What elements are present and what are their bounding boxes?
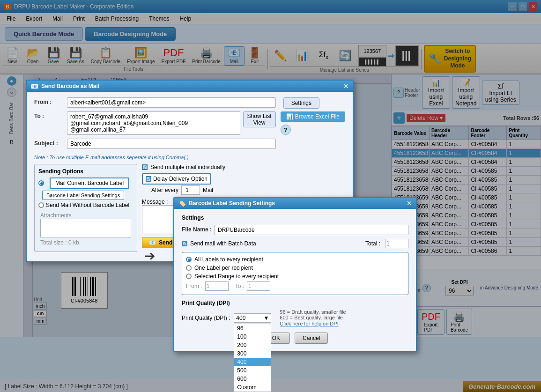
- range-inputs-row: From : To :: [186, 281, 404, 291]
- arrow-indicator: ➔: [144, 248, 155, 264]
- range-to-label: To :: [235, 283, 244, 289]
- pq-dropdown-arrow: ▼: [263, 315, 269, 321]
- settings-dialog-close-button[interactable]: ✕: [407, 200, 412, 207]
- range-from-input[interactable]: [205, 281, 229, 291]
- mail-unit-label: Mail: [203, 187, 213, 193]
- all-labels-row: All Labels to every recipient: [186, 256, 404, 263]
- pq-option-600[interactable]: 600: [234, 375, 271, 383]
- sending-options: Sending Options Mail Current Barcode Lab…: [34, 164, 137, 252]
- one-label-label: One Label per recipient: [194, 265, 253, 271]
- batch-options: All Labels to every recipient One Label …: [182, 252, 408, 295]
- pq-info-area: 96 = Draft quality, smaller file 600 = B…: [280, 309, 346, 327]
- print-quality-section: Print Quality (DPI) Print Quality (DPI) …: [182, 300, 408, 327]
- help-button[interactable]: ?: [281, 125, 291, 135]
- all-labels-label: All Labels to every recipient: [194, 256, 263, 263]
- settings-dialog-title: Barcode Label Sending Settings: [189, 200, 275, 207]
- send-multiple-row: Send multiple mail individually: [142, 164, 345, 170]
- from-label: From :: [34, 97, 67, 105]
- pq-option-96[interactable]: 96: [234, 324, 271, 333]
- mail-dialog-close-button[interactable]: ✕: [343, 82, 349, 90]
- one-label-row: One Label per recipient: [186, 265, 404, 271]
- range-to-input[interactable]: [247, 281, 270, 291]
- pq-info-600: 600 = Best quality, large file: [280, 315, 346, 320]
- cancel-button[interactable]: Cancel: [295, 333, 328, 344]
- after-every-row: After every Mail: [151, 185, 345, 195]
- pq-help-link[interactable]: Click here for help on DPI: [280, 321, 338, 326]
- note-text: Note : To use multiple E-mail addresses …: [34, 155, 345, 160]
- settings-section-label: Settings: [182, 214, 408, 221]
- selected-range-row: Selected Range to every recipient: [186, 273, 404, 280]
- filename-input[interactable]: [215, 225, 408, 235]
- send-multiple-checkbox[interactable]: [142, 164, 148, 170]
- mail-dialog-icon: 📧: [30, 82, 38, 90]
- attachments-section: Attachments Total size : 0 kb.: [38, 210, 133, 248]
- browse-excel-button[interactable]: 📊 Browse Excel File: [281, 111, 345, 122]
- barcode-label-settings-button[interactable]: Barcode Label Sending Settings: [42, 191, 124, 200]
- radio-no-label-indicator: [38, 202, 44, 208]
- one-label-radio[interactable]: [186, 265, 192, 271]
- batch-checkbox-row: Send mail with Batch Data Total :: [182, 239, 408, 248]
- settings-dialog-body: Settings File Name : Send mail with Batc…: [174, 209, 416, 351]
- pq-option-300[interactable]: 300: [234, 349, 271, 358]
- after-every-label: After every: [151, 187, 178, 193]
- pq-option-500[interactable]: 500: [234, 366, 271, 375]
- subject-label: Subject :: [34, 139, 67, 147]
- batch-checkbox-label: Send mail with Batch Data: [190, 240, 256, 247]
- radio-no-label-text: Send Mail Without Barcode Label: [46, 202, 129, 208]
- send-mail-icon: 📧: [149, 239, 156, 246]
- to-input[interactable]: robert_67@gmail.com,alisha09 @gmail.com,…: [67, 111, 240, 135]
- pq-row-label: Print Quality (DPI) :: [182, 315, 230, 321]
- mail-form-area: From : To : robert_67@gmail.com,alisha09…: [34, 97, 345, 153]
- settings-button[interactable]: Settings: [283, 97, 319, 109]
- pq-section-label: Print Quality (DPI): [182, 300, 408, 306]
- total-size-text: Total size : 0 kb.: [40, 239, 131, 246]
- barcode-label-settings-wrap: Barcode Label Sending Settings: [42, 191, 133, 200]
- pq-option-100[interactable]: 100: [234, 333, 271, 341]
- settings-dialog-actions: OK Cancel: [182, 329, 408, 346]
- subject-row: Subject :: [34, 139, 276, 149]
- batch-checkbox[interactable]: [182, 241, 187, 246]
- all-labels-radio[interactable]: [186, 257, 192, 262]
- pq-select-display[interactable]: 400 ▼: [234, 313, 271, 323]
- selected-range-label: Selected Range to every recipient: [194, 273, 279, 280]
- to-label: To :: [34, 111, 67, 119]
- radio-mail-current: Mail Current Barcode Label: [38, 178, 133, 189]
- selected-range-radio[interactable]: [186, 274, 192, 279]
- pq-dropdown-list: 96 100 200 300 400 500 600 Custom: [234, 324, 271, 392]
- mail-form-left: From : To : robert_67@gmail.com,alisha09…: [34, 97, 276, 153]
- pq-option-400[interactable]: 400: [234, 358, 271, 366]
- message-label: Message :: [142, 199, 168, 205]
- filename-label: File Name :: [182, 225, 215, 233]
- from-input[interactable]: [67, 97, 276, 108]
- from-row: From :: [34, 97, 276, 108]
- to-row: To : robert_67@gmail.com,alisha09 @gmail…: [34, 111, 276, 135]
- send-multiple-label: Send multiple mail individually: [150, 164, 225, 170]
- browse-excel-icon: 📊: [286, 113, 293, 120]
- total-input[interactable]: [385, 239, 408, 248]
- attachments-area: [40, 219, 131, 237]
- pq-select-wrap: 400 ▼ 96 100 200 300 400 500 600 Custom: [234, 313, 271, 323]
- show-list-button[interactable]: Show ListView: [243, 111, 276, 127]
- browse-excel-label: Browse Excel File: [295, 113, 340, 120]
- mail-form-right: Settings 📊 Browse Excel File ?: [281, 97, 345, 153]
- settings-dialog-icon: 🏷️: [178, 200, 186, 207]
- pq-option-200[interactable]: 200: [234, 341, 271, 349]
- range-from-label: From :: [186, 283, 202, 289]
- pq-row: Print Quality (DPI) : 400 ▼ 96 100 200 3…: [182, 309, 408, 327]
- attachments-label: Attachments: [40, 212, 131, 219]
- radio-mail-current-indicator: [38, 180, 44, 186]
- pq-current-value: 400: [236, 315, 245, 321]
- mail-current-label-button[interactable]: Mail Current Barcode Label: [50, 178, 129, 189]
- mail-dialog-title-bar: 📧 Send Barcode as Mail ✕: [27, 81, 353, 92]
- delay-label: Delay Delivery Option: [153, 176, 208, 182]
- settings-dialog-title-bar: 🏷️ Barcode Label Sending Settings ✕: [174, 198, 416, 209]
- sending-options-title: Sending Options: [38, 168, 133, 175]
- pq-info-96: 96 = Draft quality, smaller file: [280, 309, 346, 315]
- radio-no-label: Send Mail Without Barcode Label: [38, 202, 133, 208]
- pq-option-custom[interactable]: Custom: [234, 383, 271, 392]
- subject-input[interactable]: [67, 139, 276, 149]
- mail-dialog-title: Send Barcode as Mail: [41, 83, 99, 89]
- delay-checkbox[interactable]: [146, 176, 151, 182]
- after-every-input[interactable]: [181, 185, 200, 195]
- filename-row: File Name :: [182, 225, 408, 235]
